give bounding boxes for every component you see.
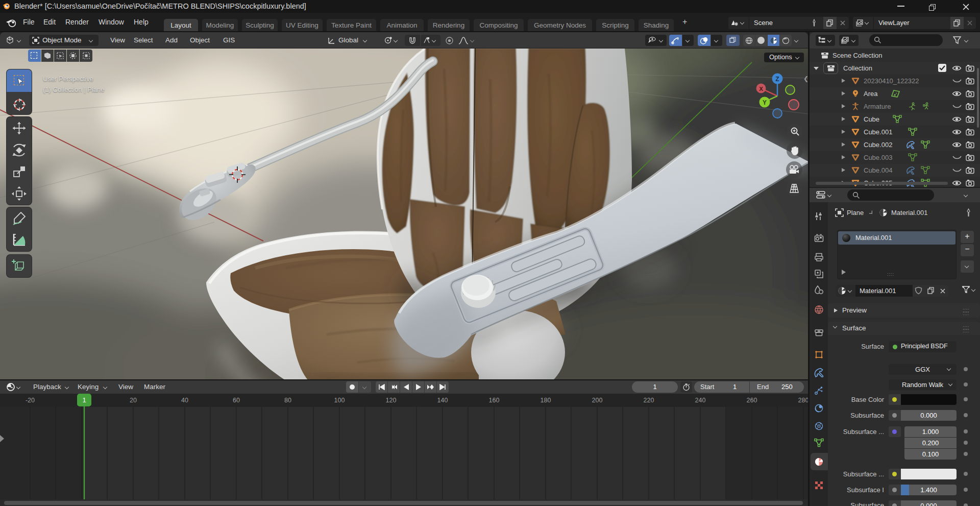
svg-text:280: 280 [798,397,808,404]
svg-text:180: 180 [541,397,551,404]
svg-text:X: X [759,86,763,92]
svg-text:140: 140 [437,397,448,404]
svg-text:80: 80 [284,397,291,404]
svg-text:60: 60 [233,397,240,404]
svg-text:220: 220 [644,397,654,404]
svg-text:Y: Y [763,99,767,106]
svg-text:160: 160 [489,397,500,404]
svg-text:Z: Z [775,76,779,83]
svg-text:120: 120 [386,397,397,404]
svg-text:-20: -20 [26,397,35,404]
svg-text:260: 260 [747,397,757,404]
svg-text:100: 100 [334,397,345,404]
svg-text:200: 200 [592,397,603,404]
svg-text:20: 20 [130,397,137,404]
svg-text:240: 240 [695,397,706,404]
svg-text:40: 40 [181,397,188,404]
svg-text:1: 1 [82,396,86,404]
